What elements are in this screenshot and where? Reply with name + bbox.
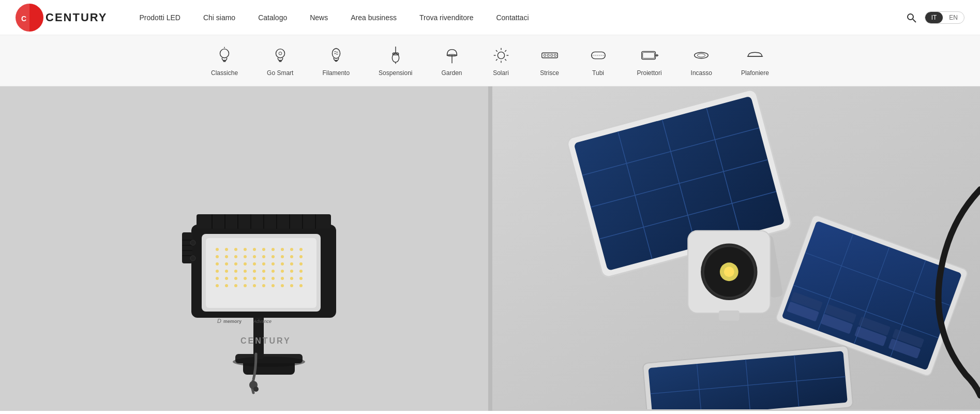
- svg-rect-39: [642, 52, 654, 58]
- svg-rect-152: [718, 310, 739, 321]
- svg-point-102: [253, 270, 256, 273]
- svg-point-150: [723, 267, 734, 277]
- pendant-icon: [386, 46, 405, 65]
- lang-en-button[interactable]: EN: [943, 12, 964, 23]
- svg-point-83: [262, 255, 265, 258]
- svg-point-101: [244, 270, 247, 273]
- nav-trova-rivenditore[interactable]: Trova rivenditore: [408, 0, 485, 35]
- svg-point-85: [281, 255, 284, 258]
- svg-point-104: [272, 270, 275, 273]
- cat-go-smart-label: Go Smart: [267, 69, 293, 77]
- nav-prodotti-led[interactable]: Prodotti LED: [128, 0, 192, 35]
- cat-proiettori[interactable]: Proiettori: [623, 41, 676, 81]
- svg-rect-34: [550, 54, 552, 56]
- svg-rect-32: [544, 54, 546, 56]
- hero-left[interactable]: D memory Advance CENTURY: [0, 86, 488, 411]
- svg-point-103: [262, 270, 265, 273]
- main-nav: Prodotti LED Chi siamo Catalogo News Are…: [128, 0, 904, 35]
- svg-point-106: [290, 270, 293, 273]
- svg-point-121: [244, 284, 247, 287]
- svg-line-30: [496, 59, 497, 61]
- svg-rect-35: [554, 54, 556, 56]
- svg-point-113: [262, 277, 265, 280]
- garden-lamp-icon: [442, 46, 462, 65]
- svg-text:Advance: Advance: [253, 319, 272, 324]
- svg-point-100: [234, 270, 237, 273]
- svg-point-125: [281, 284, 284, 287]
- svg-point-132: [190, 240, 195, 245]
- svg-point-70: [234, 248, 237, 251]
- svg-point-96: [290, 262, 293, 265]
- cat-incasso[interactable]: Incasso: [676, 41, 727, 81]
- svg-point-109: [225, 277, 228, 280]
- svg-point-8: [276, 49, 284, 58]
- cat-plafoniere[interactable]: Plafoniere: [727, 41, 783, 81]
- svg-point-110: [234, 277, 237, 280]
- svg-line-3: [913, 19, 916, 22]
- svg-point-22: [497, 52, 504, 58]
- svg-point-69: [225, 248, 228, 251]
- svg-line-28: [505, 59, 506, 61]
- nav-news[interactable]: News: [298, 0, 339, 35]
- cat-garden-label: Garden: [442, 69, 462, 77]
- svg-point-122: [253, 284, 256, 287]
- cat-proiettori-label: Proiettori: [637, 69, 662, 77]
- logo-icon: C: [16, 4, 43, 32]
- svg-point-76: [290, 248, 293, 251]
- cat-strisce-label: Strisce: [540, 69, 559, 77]
- cat-classiche-label: Classiche: [211, 69, 238, 77]
- svg-point-78: [216, 255, 219, 258]
- svg-point-84: [272, 255, 275, 258]
- bulb-classic-icon: [215, 46, 234, 65]
- svg-point-135: [253, 387, 259, 392]
- svg-text:CENTURY: CENTURY: [240, 336, 291, 345]
- svg-line-27: [496, 50, 497, 52]
- nav-catalogo[interactable]: Catalogo: [247, 0, 298, 35]
- ceiling-icon: [745, 46, 765, 65]
- cat-filamento-label: Filamento: [322, 69, 350, 77]
- svg-point-77: [299, 248, 303, 251]
- bulb-smart-icon: [270, 46, 290, 65]
- svg-text:memory: memory: [223, 319, 242, 324]
- search-button[interactable]: [904, 10, 918, 25]
- svg-point-89: [225, 262, 228, 265]
- svg-point-72: [253, 248, 256, 251]
- svg-point-43: [698, 54, 705, 57]
- cat-solari[interactable]: Solari: [477, 41, 525, 81]
- svg-point-98: [216, 270, 219, 273]
- svg-point-126: [290, 284, 293, 287]
- svg-point-124: [272, 284, 275, 287]
- svg-point-127: [299, 284, 303, 287]
- svg-point-119: [225, 284, 228, 287]
- logo[interactable]: C CENTURY: [16, 4, 108, 32]
- cat-filamento[interactable]: Filamento: [308, 41, 364, 81]
- nav-area-business[interactable]: Area business: [339, 0, 408, 35]
- logo-brand: CENTURY: [46, 12, 108, 23]
- cat-garden[interactable]: Garden: [427, 41, 477, 81]
- svg-point-90: [234, 262, 237, 265]
- cat-incasso-label: Incasso: [691, 69, 712, 77]
- cat-classiche[interactable]: Classiche: [197, 41, 252, 81]
- cat-go-smart[interactable]: Go Smart: [252, 41, 308, 81]
- svg-point-105: [281, 270, 284, 273]
- cat-strisce[interactable]: Strisce: [525, 41, 574, 81]
- svg-point-107: [299, 270, 303, 273]
- svg-point-47: [233, 357, 305, 367]
- nav-chi-siamo[interactable]: Chi siamo: [192, 0, 247, 35]
- cat-tubi[interactable]: Tubi: [574, 41, 623, 81]
- nav-contattaci[interactable]: Contattaci: [485, 0, 540, 35]
- svg-point-108: [216, 277, 219, 280]
- bulb-filament-icon: [326, 46, 346, 65]
- svg-point-112: [253, 277, 256, 280]
- svg-point-12: [332, 49, 340, 58]
- cat-sospensioni[interactable]: Sospensioni: [364, 41, 427, 81]
- svg-line-29: [505, 50, 506, 52]
- svg-point-79: [225, 255, 228, 258]
- svg-point-123: [262, 284, 265, 287]
- svg-rect-31: [541, 53, 557, 58]
- svg-point-117: [299, 277, 303, 280]
- hero-right[interactable]: [492, 86, 981, 411]
- svg-point-115: [281, 277, 284, 280]
- lang-it-button[interactable]: IT: [925, 12, 943, 23]
- svg-point-120: [234, 284, 237, 287]
